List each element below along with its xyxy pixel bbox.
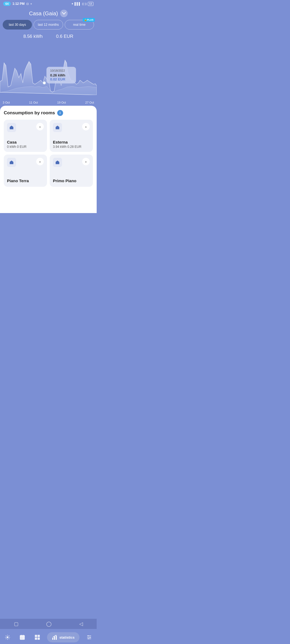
status-time: 1:12 PM: [12, 2, 24, 6]
section-title: Consumption by rooms: [4, 110, 55, 116]
status-bar: 64 1:12 PM ⊡ ⌖ ✦ ▌▌▌ ((·)) 64: [0, 0, 97, 8]
signal-icon: ▌▌▌: [75, 2, 81, 5]
tab-last-12-months[interactable]: last 12 months: [34, 20, 63, 30]
section-title-row: Consumption by rooms i: [4, 110, 93, 116]
rooms-grid: › Casa 0 kWh 0 EUR: [4, 120, 93, 187]
room-card-piano-terra[interactable]: › Piano Terra: [4, 155, 47, 187]
wifi-icon: ((·)): [82, 2, 87, 5]
room-icon-esterna: [53, 123, 62, 132]
room-card-casa[interactable]: › Casa 0 kWh 0 EUR: [4, 120, 47, 152]
room-icon-piano-terra: [7, 158, 16, 167]
x-label-19oct: 19 Oct: [57, 101, 66, 104]
x-label-27oct: 27 Oct: [85, 101, 94, 104]
status-icons-right: ✦ ▌▌▌ ((·)) 64: [71, 2, 93, 6]
room-name-primo-piano: Primo Piano: [53, 178, 90, 183]
tab-real-time[interactable]: real time 🔒PLUS: [65, 20, 94, 30]
room-icon-casa: [7, 123, 16, 132]
real-time-label: real time: [73, 23, 85, 27]
total-kwh: 8.56 kWh: [23, 34, 43, 39]
location-header: Casa (Gaia): [0, 8, 97, 20]
room-stats-casa: 0 kWh 0 EUR: [7, 145, 44, 149]
room-card-piano-terra-header: ›: [7, 158, 44, 167]
nfc-icon: ⊡: [26, 2, 29, 6]
room-arrow-casa[interactable]: ›: [36, 123, 44, 130]
tooltip-kwh: 0.26 kWh: [50, 73, 72, 77]
room-stats-esterna: 3.94 kWh 0.28 EUR: [53, 145, 90, 149]
x-label-3oct: 3 Oct: [3, 101, 10, 104]
total-eur: 0.6 EUR: [56, 34, 73, 39]
room-name-piano-terra: Piano Terra: [7, 178, 44, 183]
info-icon[interactable]: i: [57, 110, 63, 116]
room-card-casa-header: ›: [7, 123, 44, 132]
bottom-card: Consumption by rooms i ›: [0, 106, 97, 213]
tab-last-30-days[interactable]: last 30 days: [3, 20, 32, 30]
battery-indicator: 64: [3, 2, 11, 6]
x-label-11oct: 11 Oct: [29, 101, 38, 104]
room-card-esterna[interactable]: › Esterna 3.94 kWh 0.28 EUR: [50, 120, 93, 152]
tooltip-eur: 0.02 EUR: [50, 77, 72, 81]
location-title: Casa (Gaia): [29, 10, 58, 17]
stats-row: 8.56 kWh 0.6 EUR: [0, 33, 97, 41]
plus-badge: 🔒PLUS: [83, 18, 95, 22]
room-arrow-esterna[interactable]: ›: [82, 123, 90, 130]
battery-right-icon: 64: [88, 2, 93, 6]
location-icon: ⌖: [30, 2, 32, 6]
chart-tooltip: 10/18/2022 0.26 kWh 0.02 EUR: [46, 67, 76, 83]
filter-tabs: last 30 days last 12 months real time 🔒P…: [0, 20, 97, 30]
room-card-primo-piano-header: ›: [53, 158, 90, 167]
chart-x-labels: 3 Oct 11 Oct 19 Oct 27 Oct: [0, 100, 97, 106]
room-card-primo-piano[interactable]: › Primo Piano: [50, 155, 93, 187]
tooltip-date: 10/18/2022: [50, 69, 72, 72]
room-card-esterna-header: ›: [53, 123, 90, 132]
consumption-chart[interactable]: 10/18/2022 0.26 kWh 0.02 EUR: [0, 41, 97, 100]
room-icon-primo-piano: [53, 158, 62, 167]
location-dropdown-button[interactable]: [60, 10, 68, 17]
room-name-casa: Casa: [7, 140, 44, 144]
room-arrow-primo-piano[interactable]: ›: [82, 158, 90, 165]
room-name-esterna: Esterna: [53, 140, 90, 144]
room-arrow-piano-terra[interactable]: ›: [36, 158, 44, 165]
bluetooth-icon: ✦: [71, 2, 74, 6]
